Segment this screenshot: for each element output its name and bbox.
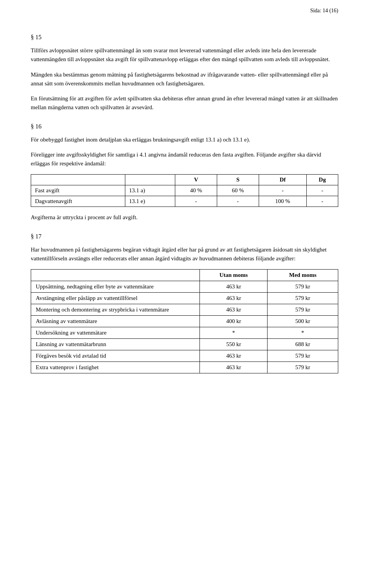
- fee-table-col-ref: [125, 175, 175, 185]
- charge-row7-med: 579 kr: [268, 350, 338, 362]
- charge-row5-item: Undersökning av vattenmätare: [31, 327, 200, 339]
- fee-table: V S Df Dg Fast avgift 13.1 a) 40 % 60 % …: [31, 174, 338, 207]
- page: Sida: 14 (16) § 15 Tillförs avloppsnätet…: [0, 0, 369, 588]
- page-number: Sida: 14 (16): [310, 8, 338, 14]
- fee-table-col-Dg: Dg: [307, 175, 338, 185]
- table-row: Uppsättning, nedtagning eller byte av va…: [31, 281, 338, 293]
- fee-table-col-V: V: [175, 175, 217, 185]
- charge-row5-utan: *: [200, 327, 268, 339]
- fee-row1-S: 60 %: [217, 185, 259, 196]
- charge-row4-med: 500 kr: [268, 316, 338, 327]
- charge-row2-utan: 463 kr: [200, 293, 268, 304]
- section-16-paragraph-1: För obebyggd fastighet inom detaljplan s…: [31, 135, 338, 144]
- section-17-heading: § 17: [31, 233, 338, 240]
- table-row: Montering och demontering av strypbricka…: [31, 304, 338, 316]
- charges-col-med: Med moms: [268, 270, 338, 281]
- fee-row2-Dg: -: [307, 196, 338, 207]
- fee-table-col-Df: Df: [259, 175, 306, 185]
- section-15-paragraph-2: Mängden ska bestämmas genom mätning på f…: [31, 70, 338, 88]
- charge-row1-med: 579 kr: [268, 281, 338, 293]
- charge-row5-med: *: [268, 327, 338, 339]
- table-row: Länsning av vattenmätarbrunn 550 kr 688 …: [31, 339, 338, 350]
- charges-table: Utan moms Med moms Uppsättning, nedtagni…: [31, 269, 338, 373]
- charge-row3-utan: 463 kr: [200, 304, 268, 316]
- charge-row7-item: Förgäves besök vid avtalad tid: [31, 350, 200, 362]
- charge-row1-item: Uppsättning, nedtagning eller byte av va…: [31, 281, 200, 293]
- table-row: Fast avgift 13.1 a) 40 % 60 % - -: [31, 185, 338, 196]
- charge-row6-utan: 550 kr: [200, 339, 268, 350]
- table-row: Undersökning av vattenmätare * *: [31, 327, 338, 339]
- fee-table-col-label: [31, 175, 125, 185]
- section-15-heading: § 15: [31, 34, 338, 41]
- section-17-paragraph-1: Har huvudmannen på fastighetsägarens beg…: [31, 245, 338, 263]
- charge-row7-utan: 463 kr: [200, 350, 268, 362]
- charge-row3-item: Montering och demontering av strypbricka…: [31, 304, 200, 316]
- charge-row2-item: Avstängning eller påsläpp av vattentillf…: [31, 293, 200, 304]
- charge-row2-med: 579 kr: [268, 293, 338, 304]
- section-16-paragraph-3: Avgifterna är uttryckta i procent av ful…: [31, 213, 338, 222]
- fee-row2-Df: 100 %: [259, 196, 306, 207]
- fee-row2-S: -: [217, 196, 259, 207]
- charge-row8-item: Extra vattenprov i fastighet: [31, 362, 200, 373]
- fee-row2-ref: 13.1 e): [125, 196, 175, 207]
- fee-row2-V: -: [175, 196, 217, 207]
- fee-row1-label: Fast avgift: [31, 185, 125, 196]
- table-row: Avstängning eller påsläpp av vattentillf…: [31, 293, 338, 304]
- section-15-paragraph-3: En förutsättning för att avgiften för av…: [31, 94, 338, 112]
- charge-row6-med: 688 kr: [268, 339, 338, 350]
- fee-table-col-S: S: [217, 175, 259, 185]
- fee-row1-Dg: -: [307, 185, 338, 196]
- fee-row1-ref: 13.1 a): [125, 185, 175, 196]
- table-row: Dagvattenavgift 13.1 e) - - 100 % -: [31, 196, 338, 207]
- section-16-heading: § 16: [31, 123, 338, 130]
- fee-row2-label: Dagvattenavgift: [31, 196, 125, 207]
- charge-row6-item: Länsning av vattenmätarbrunn: [31, 339, 200, 350]
- charge-row1-utan: 463 kr: [200, 281, 268, 293]
- charges-col-utan: Utan moms: [200, 270, 268, 281]
- section-15-paragraph-1: Tillförs avloppsnätet större spillvatten…: [31, 46, 338, 64]
- charge-row8-utan: 463 kr: [200, 362, 268, 373]
- fee-row1-V: 40 %: [175, 185, 217, 196]
- charge-row8-med: 579 kr: [268, 362, 338, 373]
- section-16-paragraph-2: Föreligger inte avgiftsskyldighet för sa…: [31, 150, 338, 168]
- fee-row1-Df: -: [259, 185, 306, 196]
- table-row: Förgäves besök vid avtalad tid 463 kr 57…: [31, 350, 338, 362]
- charges-col-item: [31, 270, 200, 281]
- table-row: Avläsning av vattenmätare 400 kr 500 kr: [31, 316, 338, 327]
- charge-row4-item: Avläsning av vattenmätare: [31, 316, 200, 327]
- charge-row3-med: 579 kr: [268, 304, 338, 316]
- table-row: Extra vattenprov i fastighet 463 kr 579 …: [31, 362, 338, 373]
- charge-row4-utan: 400 kr: [200, 316, 268, 327]
